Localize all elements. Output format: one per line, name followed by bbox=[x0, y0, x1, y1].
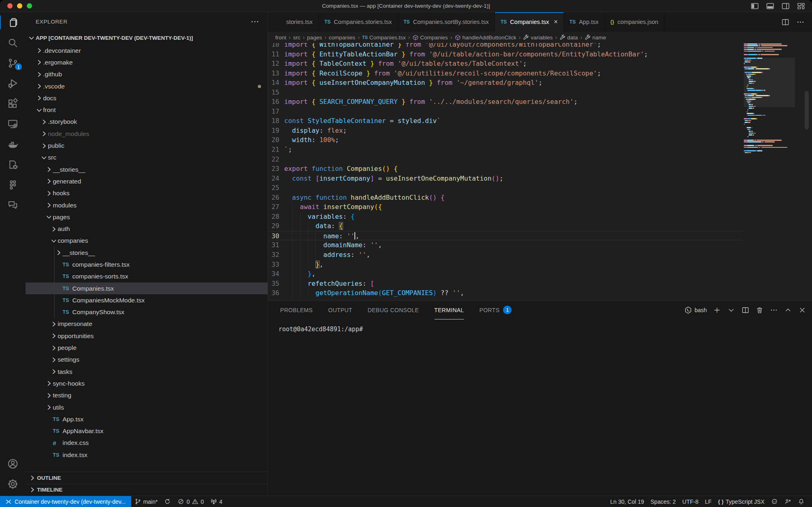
toggle-panel-icon[interactable] bbox=[766, 2, 775, 11]
maximize-panel-icon[interactable] bbox=[784, 306, 792, 314]
panel-tab-terminal[interactable]: TERMINAL bbox=[434, 301, 464, 319]
activity-item-accounts[interactable] bbox=[0, 453, 26, 474]
tree-folder-opportunities[interactable]: opportunities bbox=[26, 330, 268, 342]
zoom-window-button[interactable] bbox=[27, 3, 32, 9]
tree-file-companies-tsx[interactable]: TSCompanies.tsx bbox=[26, 283, 268, 294]
new-terminal-button[interactable] bbox=[713, 306, 721, 314]
status-eol[interactable]: LF bbox=[702, 498, 715, 505]
breadcrumb-item-name[interactable]: name bbox=[585, 35, 606, 41]
tree-folder--ergomake[interactable]: .ergomake bbox=[26, 56, 268, 68]
split-terminal-button[interactable] bbox=[741, 306, 749, 314]
minimize-window-button[interactable] bbox=[17, 3, 22, 9]
workspace-section-header[interactable]: APP [CONTAINER DEV-TWENTY-DEV (DEV-TWENT… bbox=[26, 31, 268, 45]
tree-file-companies-sorts-tsx[interactable]: TScompanies-sorts.tsx bbox=[26, 271, 268, 283]
activity-item-remote-explorer[interactable] bbox=[0, 114, 26, 134]
tree-folder-pages[interactable]: pages bbox=[26, 211, 268, 223]
tree-folder--devcontainer[interactable]: .devcontainer bbox=[26, 45, 268, 56]
status-language-mode[interactable]: { }TypeScript JSX bbox=[715, 498, 768, 505]
breadcrumb-item-companies-tsx[interactable]: TSCompanies.tsx bbox=[362, 35, 406, 41]
tree-folder-src[interactable]: src bbox=[26, 152, 268, 164]
tree-folder--github[interactable]: .github bbox=[26, 69, 268, 80]
tree-file-companiesmockmode-tsx[interactable]: TSCompaniesMockMode.tsx bbox=[26, 294, 268, 306]
tree-folder-generated[interactable]: generated bbox=[26, 175, 268, 187]
minimap-slider[interactable] bbox=[744, 58, 795, 107]
tree-folder-utils[interactable]: utils bbox=[26, 401, 268, 413]
tree-folder-tasks[interactable]: tasks bbox=[26, 366, 268, 378]
activity-item-search[interactable] bbox=[0, 32, 26, 53]
toggle-secondary-sidebar-icon[interactable] bbox=[781, 2, 790, 11]
tree-folder--vscode[interactable]: .vscode bbox=[26, 80, 268, 92]
terminal-output[interactable]: root@0a42ecd84891:/app# bbox=[268, 319, 812, 333]
close-window-button[interactable] bbox=[7, 3, 13, 9]
tab-stories-tsx[interactable]: stories.tsx bbox=[268, 12, 319, 32]
panel-more-actions-icon[interactable] bbox=[770, 306, 778, 314]
tree-file-companyshow-tsx[interactable]: TSCompanyShow.tsx bbox=[26, 306, 268, 318]
breadcrumb-item-companies[interactable]: Companies bbox=[412, 35, 448, 41]
sidebar-section-timeline[interactable]: TIMELINE bbox=[26, 484, 268, 496]
breadcrumb-item-companies[interactable]: companies bbox=[329, 35, 355, 41]
split-editor-icon[interactable] bbox=[781, 18, 790, 26]
tree-folder-front[interactable]: front bbox=[26, 104, 268, 116]
code-editor[interactable]: 10import { WithTopBarContainer } from '@… bbox=[268, 43, 812, 300]
tree-folder-docs[interactable]: docs bbox=[26, 92, 268, 104]
breadcrumb-item-data[interactable]: data bbox=[559, 35, 578, 41]
tree-folder--stories-[interactable]: __stories__ bbox=[26, 164, 268, 175]
activity-item-container-tools[interactable] bbox=[0, 154, 26, 175]
status-cursor-position[interactable]: Ln 30, Col 19 bbox=[607, 498, 647, 505]
activity-item-docker[interactable] bbox=[0, 134, 26, 154]
status-feedback[interactable] bbox=[781, 498, 795, 505]
tree-folder-node-modules[interactable]: node_modules bbox=[26, 128, 268, 140]
tree-folder-testing[interactable]: testing bbox=[26, 390, 268, 401]
sidebar-section-outline[interactable]: OUTLINE bbox=[26, 472, 268, 484]
kill-terminal-button[interactable] bbox=[756, 306, 764, 314]
tree-folder--stories-[interactable]: __stories__ bbox=[26, 247, 268, 259]
panel-tab-problems[interactable]: PROBLEMS bbox=[280, 301, 313, 319]
editor-scrollbar[interactable] bbox=[805, 91, 809, 129]
activity-item-components[interactable] bbox=[0, 175, 26, 195]
activity-item-source-control[interactable]: 1 bbox=[0, 53, 26, 73]
activity-item-explorer[interactable] bbox=[0, 12, 26, 32]
tab-companies-tsx[interactable]: TSCompanies.tsx× bbox=[495, 12, 564, 32]
status-indentation[interactable]: Spaces: 2 bbox=[647, 498, 679, 505]
tab-companies-sortby-stories-tsx[interactable]: TSCompanies.sortBy.stories.tsx bbox=[398, 12, 495, 32]
tree-folder-people[interactable]: people bbox=[26, 342, 268, 354]
customize-layout-icon[interactable] bbox=[797, 2, 806, 11]
status-encoding[interactable]: UTF-8 bbox=[679, 498, 702, 505]
panel-tab-ports[interactable]: PORTS1 bbox=[479, 301, 512, 319]
status-problems[interactable]: 00 bbox=[174, 496, 207, 507]
close-panel-icon[interactable] bbox=[798, 306, 806, 314]
breadcrumb-item-handleaddbuttonclick[interactable]: handleAddButtonClick bbox=[455, 35, 516, 41]
status-notifications[interactable] bbox=[795, 498, 808, 505]
explorer-more-actions-icon[interactable]: ⋯ bbox=[251, 19, 259, 24]
tree-folder-public[interactable]: public bbox=[26, 140, 268, 151]
activity-item-run-and-debug[interactable] bbox=[0, 73, 26, 93]
remote-indicator[interactable]: Container dev-twenty-dev (dev-twenty-dev… bbox=[0, 496, 131, 507]
tab-companies-json[interactable]: {}companies.json bbox=[605, 12, 664, 32]
shell-selector[interactable]: bash bbox=[684, 306, 707, 314]
more-actions-icon[interactable] bbox=[796, 18, 805, 26]
tab-app-tsx[interactable]: TSApp.tsx bbox=[564, 12, 605, 32]
breadcrumb-item-front[interactable]: front bbox=[275, 35, 286, 41]
tree-folder-sync-hooks[interactable]: sync-hooks bbox=[26, 378, 268, 389]
tree-file-app-tsx[interactable]: TSApp.tsx bbox=[26, 413, 268, 425]
breadcrumb-item-pages[interactable]: pages bbox=[307, 35, 322, 41]
activity-item-settings[interactable] bbox=[0, 474, 26, 494]
tree-file-appnavbar-tsx[interactable]: TSAppNavbar.tsx bbox=[26, 425, 268, 437]
status-forwarded-ports[interactable]: 4 bbox=[207, 496, 226, 507]
tree-file-index-tsx[interactable]: TSindex.tsx bbox=[26, 449, 268, 460]
breadcrumb-item-src[interactable]: src bbox=[293, 35, 300, 41]
status-copilot[interactable] bbox=[768, 498, 781, 505]
toggle-primary-sidebar-icon[interactable] bbox=[750, 2, 759, 11]
tab-companies-stories-tsx[interactable]: TSCompanies.stories.tsx bbox=[319, 12, 398, 32]
activity-item-extensions[interactable] bbox=[0, 93, 26, 114]
terminal-dropdown-icon[interactable] bbox=[727, 306, 735, 314]
tree-folder-hooks[interactable]: hooks bbox=[26, 188, 268, 199]
status-git-branch[interactable]: main* bbox=[131, 496, 161, 507]
tree-file-index-css[interactable]: #index.css bbox=[26, 437, 268, 449]
tree-folder-impersonate[interactable]: impersonate bbox=[26, 318, 268, 330]
panel-tab-output[interactable]: OUTPUT bbox=[328, 301, 352, 319]
activity-item-comments[interactable] bbox=[0, 195, 26, 215]
tree-folder-companies[interactable]: companies bbox=[26, 235, 268, 247]
breadcrumb-item-variables[interactable]: variables bbox=[523, 35, 553, 41]
tree-file-companies-filters-tsx[interactable]: TScompanies-filters.tsx bbox=[26, 259, 268, 270]
